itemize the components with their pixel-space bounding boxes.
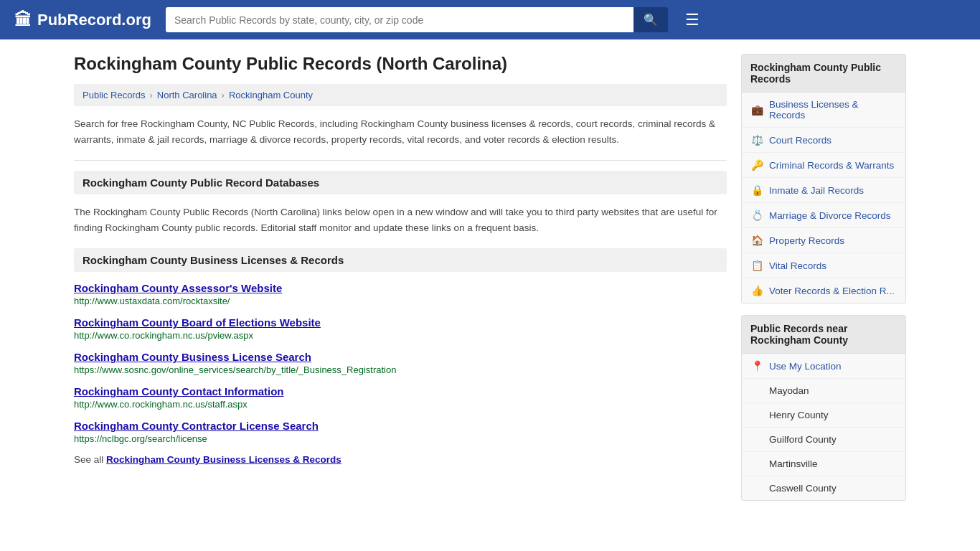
record-link-url-4: https://nclbgc.org/search/license — [74, 433, 727, 444]
sidebar-icon-county-4: 💍 — [750, 209, 763, 221]
sidebar-item-nearby-2: Henry County — [742, 403, 905, 428]
sidebar-label-county-0: Business Licenses & Records — [769, 99, 897, 121]
see-all-text: See all Rockingham County Business Licen… — [74, 454, 727, 465]
sidebar-label-nearby-0: Use My Location — [769, 361, 842, 372]
menu-button[interactable]: ☰ — [685, 11, 699, 29]
sidebar-label-county-6: Vital Records — [769, 260, 826, 271]
record-links-list: Rockingham County Assessor's Website htt… — [74, 282, 727, 444]
sidebar-label-nearby-4: Martinsville — [769, 458, 818, 469]
sidebar-label-nearby-3: Guilford County — [769, 434, 837, 445]
sidebar-link-nearby-2[interactable]: Henry County — [742, 403, 905, 427]
sidebar-label-county-3: Inmate & Jail Records — [769, 185, 864, 196]
site-logo[interactable]: 🏛 PubRecord.org — [14, 10, 151, 30]
site-header: 🏛 PubRecord.org 🔍 ☰ — [0, 0, 980, 39]
sidebar-label-nearby-5: Caswell County — [769, 483, 837, 494]
sidebar-item-county-0: 💼 Business Licenses & Records — [742, 93, 905, 128]
content-area: Rockingham County Public Records (North … — [74, 54, 727, 512]
sidebar-item-county-3: 🔒 Inmate & Jail Records — [742, 178, 905, 203]
record-link-item: Rockingham County Business License Searc… — [74, 351, 727, 375]
breadcrumb-sep-2: › — [222, 90, 225, 100]
sidebar-item-nearby-5: Caswell County — [742, 476, 905, 500]
sidebar-link-nearby-0[interactable]: 📍 Use My Location — [742, 354, 905, 378]
breadcrumb-rockingham-county[interactable]: Rockingham County — [229, 90, 313, 100]
breadcrumb: Public Records › North Carolina › Rockin… — [74, 84, 727, 106]
county-items-list: 💼 Business Licenses & Records ⚖️ Court R… — [742, 93, 905, 303]
sidebar-label-nearby-2: Henry County — [769, 410, 829, 420]
sidebar-icon-county-2: 🔑 — [750, 159, 763, 171]
breadcrumb-north-carolina[interactable]: North Carolina — [157, 90, 217, 100]
sidebar-link-nearby-4[interactable]: Martinsville — [742, 452, 905, 476]
sidebar-item-county-4: 💍 Marriage & Divorce Records — [742, 203, 905, 228]
sidebar-icon-county-5: 🏠 — [750, 235, 763, 246]
nearby-records-section: Public Records near Rockingham County 📍 … — [741, 315, 906, 501]
sidebar-link-county-2[interactable]: 🔑 Criminal Records & Warrants — [742, 153, 905, 177]
logo-text: PubRecord.org — [37, 11, 151, 29]
sidebar-label-county-5: Property Records — [769, 235, 844, 246]
sidebar-link-nearby-5[interactable]: Caswell County — [742, 476, 905, 500]
sidebar-icon-county-3: 🔒 — [750, 184, 763, 196]
record-link-url-0: http://www.ustaxdata.com/rocktaxsite/ — [74, 296, 727, 306]
see-all-link[interactable]: Rockingham County Business Licenses & Re… — [106, 454, 341, 465]
record-link-url-1: http://www.co.rockingham.nc.us/pview.asp… — [74, 330, 727, 341]
sidebar-link-county-6[interactable]: 📋 Vital Records — [742, 253, 905, 278]
sidebar-icon-nearby-0: 📍 — [750, 360, 763, 372]
logo-icon: 🏛 — [14, 10, 32, 30]
sidebar-item-nearby-1: Mayodan — [742, 379, 905, 403]
sidebar-label-county-4: Marriage & Divorce Records — [769, 210, 891, 221]
sidebar-label-county-7: Voter Records & Election R... — [769, 286, 895, 296]
search-input[interactable] — [166, 7, 633, 32]
county-section-title: Rockingham County Public Records — [742, 55, 905, 93]
record-link-title-1[interactable]: Rockingham County Board of Elections Web… — [74, 316, 321, 329]
sidebar-link-county-4[interactable]: 💍 Marriage & Divorce Records — [742, 203, 905, 227]
sidebar-link-county-5[interactable]: 🏠 Property Records — [742, 228, 905, 253]
sidebar-label-nearby-1: Mayodan — [769, 385, 809, 396]
record-link-title-0[interactable]: Rockingham County Assessor's Website — [74, 282, 282, 294]
record-link-item: Rockingham County Contact Information ht… — [74, 385, 727, 410]
sidebar-icon-county-1: ⚖️ — [750, 134, 763, 146]
record-link-title-3[interactable]: Rockingham County Contact Information — [74, 385, 284, 397]
sidebar-link-county-7[interactable]: 👍 Voter Records & Election R... — [742, 278, 905, 303]
sidebar-item-county-7: 👍 Voter Records & Election R... — [742, 278, 905, 303]
nearby-section-title: Public Records near Rockingham County — [742, 316, 905, 354]
search-icon: 🔍 — [644, 14, 658, 26]
nearby-items-list: 📍 Use My Location Mayodan Henry County G… — [742, 354, 905, 500]
record-link-url-2: https://www.sosnc.gov/online_services/se… — [74, 364, 727, 375]
main-wrapper: Rockingham County Public Records (North … — [60, 39, 920, 527]
breadcrumb-public-records[interactable]: Public Records — [83, 90, 145, 100]
divider-1 — [74, 160, 727, 161]
record-link-item: Rockingham County Contractor License Sea… — [74, 420, 727, 444]
sidebar-icon-county-0: 💼 — [750, 104, 763, 116]
sidebar-icon-county-7: 👍 — [750, 285, 763, 296]
page-title: Rockingham County Public Records (North … — [74, 54, 727, 74]
sidebar-link-county-1[interactable]: ⚖️ Court Records — [742, 128, 905, 152]
sidebar-link-nearby-3[interactable]: Guilford County — [742, 428, 905, 451]
sidebar-item-county-2: 🔑 Criminal Records & Warrants — [742, 153, 905, 178]
sidebar-link-nearby-1[interactable]: Mayodan — [742, 379, 905, 402]
breadcrumb-sep-1: › — [149, 90, 152, 100]
description-text: Search for free Rockingham County, NC Pu… — [74, 116, 727, 147]
county-records-section: Rockingham County Public Records 💼 Busin… — [741, 54, 906, 303]
sidebar-link-county-3[interactable]: 🔒 Inmate & Jail Records — [742, 178, 905, 202]
record-link-url-3: http://www.co.rockingham.nc.us/staff.asp… — [74, 399, 727, 410]
sidebar: Rockingham County Public Records 💼 Busin… — [741, 54, 906, 512]
record-link-item: Rockingham County Assessor's Website htt… — [74, 282, 727, 306]
databases-section-header: Rockingham County Public Record Database… — [74, 171, 727, 194]
business-section-header: Rockingham County Business Licenses & Re… — [74, 248, 727, 272]
record-link-item: Rockingham County Board of Elections Web… — [74, 316, 727, 341]
sidebar-item-nearby-4: Martinsville — [742, 452, 905, 476]
hamburger-icon: ☰ — [685, 11, 699, 29]
sidebar-item-county-5: 🏠 Property Records — [742, 228, 905, 253]
sidebar-item-county-6: 📋 Vital Records — [742, 253, 905, 278]
sidebar-icon-county-6: 📋 — [750, 260, 763, 271]
sidebar-item-nearby-3: Guilford County — [742, 428, 905, 452]
record-link-title-2[interactable]: Rockingham County Business License Searc… — [74, 351, 311, 363]
databases-body-text: The Rockingham County Public Records (No… — [74, 204, 727, 235]
record-link-title-4[interactable]: Rockingham County Contractor License Sea… — [74, 420, 319, 432]
search-container: 🔍 — [166, 7, 668, 32]
sidebar-link-county-0[interactable]: 💼 Business Licenses & Records — [742, 93, 905, 127]
sidebar-label-county-1: Court Records — [769, 135, 831, 146]
search-button[interactable]: 🔍 — [633, 7, 668, 32]
sidebar-item-county-1: ⚖️ Court Records — [742, 128, 905, 153]
sidebar-label-county-2: Criminal Records & Warrants — [769, 160, 894, 171]
sidebar-item-nearby-0: 📍 Use My Location — [742, 354, 905, 379]
